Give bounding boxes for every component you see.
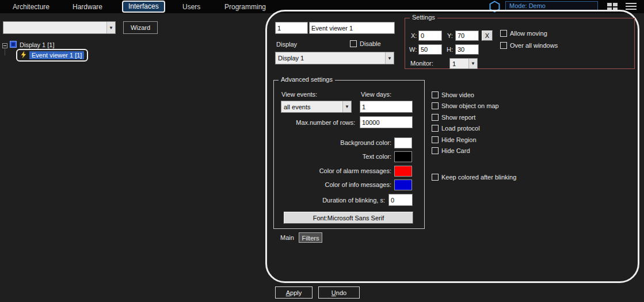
over-all-windows-label: Over all windows <box>510 42 558 49</box>
tree-item-display-label: Display 1 [1] <box>20 41 55 48</box>
chevron-down-icon: ▼ <box>468 59 477 68</box>
alarm-color-swatch[interactable] <box>394 166 412 177</box>
checkbox-box <box>350 40 357 47</box>
hide-region-label: Hide Region <box>441 136 477 143</box>
view-days-label: View days: <box>361 91 391 98</box>
over-all-windows-checkbox[interactable]: Over all windows <box>500 42 558 49</box>
checkbox-box <box>432 114 439 121</box>
display-label: Display <box>276 41 297 48</box>
settings-group-title: Settings <box>410 14 437 21</box>
tree-expander-icon[interactable] <box>2 43 7 48</box>
event-viewer-icon <box>20 51 27 59</box>
disable-checkbox-label: Disable <box>360 40 381 47</box>
view-events-select[interactable]: all events ▼ <box>281 101 352 113</box>
view-days-field[interactable] <box>360 101 413 113</box>
tree-item-event-viewer-label: Event viewer 1 [1] <box>29 51 84 59</box>
y-label: Y: <box>447 32 453 39</box>
blinking-duration-field[interactable] <box>388 194 413 206</box>
checkbox-box <box>432 174 439 181</box>
show-video-label: Show video <box>441 91 474 98</box>
layout-grid-icon[interactable] <box>607 2 618 12</box>
max-rows-label: Max.number of rows: <box>281 119 355 126</box>
minus-glyph <box>3 45 6 46</box>
undo-accel: U <box>331 289 336 296</box>
clear-position-button[interactable]: X <box>482 30 493 41</box>
w-field[interactable] <box>418 44 442 55</box>
font-button[interactable]: Font:Microsoft Sans Serif <box>284 212 413 224</box>
object-filter-combobox[interactable]: ▼ <box>3 21 116 34</box>
chevron-down-icon: ▼ <box>106 22 115 33</box>
chevron-down-icon: ▼ <box>342 101 351 112</box>
info-color-swatch[interactable] <box>394 179 412 190</box>
apply-rest: pply <box>290 289 302 296</box>
background-color-swatch[interactable] <box>394 137 412 148</box>
tree-connector-line <box>5 49 5 55</box>
h-field[interactable] <box>455 44 479 55</box>
show-object-on-map-checkbox[interactable]: Show object on map <box>432 102 499 109</box>
load-protocol-checkbox[interactable]: Load protocol <box>432 125 480 132</box>
hexagon-logo-icon <box>489 1 500 14</box>
checkbox-box <box>500 30 507 37</box>
apply-button[interactable]: Apply <box>275 286 313 299</box>
allow-moving-checkbox[interactable]: Allow moving <box>500 30 547 37</box>
background-color-label: Background color: <box>281 139 391 146</box>
wizard-button[interactable]: Wizard <box>123 21 158 34</box>
checkbox-box <box>432 91 439 98</box>
apply-accel: A <box>286 289 290 296</box>
checkbox-box <box>432 125 439 132</box>
tab-main[interactable]: Main <box>278 232 296 243</box>
hide-card-label: Hide Card <box>441 147 470 154</box>
y-field[interactable] <box>455 30 479 41</box>
show-video-checkbox[interactable]: Show video <box>432 91 474 98</box>
tab-filters[interactable]: Filters <box>299 232 322 243</box>
show-report-checkbox[interactable]: Show report <box>432 114 475 121</box>
checkbox-box <box>432 102 439 109</box>
checkbox-box <box>432 147 439 154</box>
show-report-label: Show report <box>441 114 475 121</box>
display-select[interactable]: Display 1 ▼ <box>275 52 394 64</box>
blinking-duration-label: Duration of blinking, s: <box>281 197 385 204</box>
app-window: Architecture Hardware Interfaces Users P… <box>0 0 644 302</box>
w-label: W: <box>409 46 417 53</box>
text-color-label: Text color: <box>281 153 391 160</box>
top-menu-bar: Architecture Hardware Interfaces Users P… <box>0 0 644 13</box>
checkbox-box <box>432 136 439 143</box>
checkbox-box <box>500 42 507 49</box>
h-label: H: <box>447 46 453 53</box>
object-id-field[interactable] <box>275 22 308 34</box>
tab-interfaces[interactable]: Interfaces <box>122 1 165 13</box>
monitor-label: Monitor: <box>410 60 433 67</box>
tab-architecture[interactable]: Architecture <box>13 3 49 11</box>
text-color-swatch[interactable] <box>394 151 412 162</box>
max-rows-field[interactable] <box>360 116 413 128</box>
display-monitor-icon <box>10 41 17 49</box>
info-color-label: Color of info messages: <box>281 181 391 188</box>
disable-checkbox[interactable]: Disable <box>350 40 381 47</box>
view-events-value: all events <box>281 104 342 110</box>
tab-programming[interactable]: Programming <box>224 3 266 11</box>
keep-colored-label: Keep colored after blinking <box>441 174 516 181</box>
tab-users[interactable]: Users <box>182 3 200 11</box>
x-label: X: <box>411 32 417 39</box>
x-field[interactable] <box>418 30 442 41</box>
alarm-color-label: Color of alarm messages: <box>281 167 391 174</box>
mode-field[interactable]: Mode: Demo <box>505 1 598 12</box>
keep-colored-checkbox[interactable]: Keep colored after blinking <box>432 174 516 181</box>
monitor-select-value: 1 <box>450 60 468 67</box>
chevron-down-icon: ▼ <box>385 52 394 64</box>
tree-item-display[interactable]: Display 1 [1] <box>10 41 55 49</box>
display-select-value: Display 1 <box>276 55 385 62</box>
undo-button[interactable]: Undo <box>318 286 360 299</box>
tab-hardware[interactable]: Hardware <box>73 3 102 11</box>
load-protocol-label: Load protocol <box>441 125 480 132</box>
object-name-field[interactable] <box>309 22 395 34</box>
hamburger-menu-icon[interactable] <box>626 3 637 12</box>
view-events-label: View events: <box>281 91 317 98</box>
hide-card-checkbox[interactable]: Hide Card <box>432 147 470 154</box>
monitor-select[interactable]: 1 ▼ <box>449 58 478 69</box>
tree-item-event-viewer[interactable]: Event viewer 1 [1] <box>16 49 88 62</box>
undo-rest: ndo <box>336 289 346 296</box>
allow-moving-label: Allow moving <box>510 30 547 37</box>
show-object-on-map-label: Show object on map <box>441 102 499 109</box>
hide-region-checkbox[interactable]: Hide Region <box>432 136 477 143</box>
